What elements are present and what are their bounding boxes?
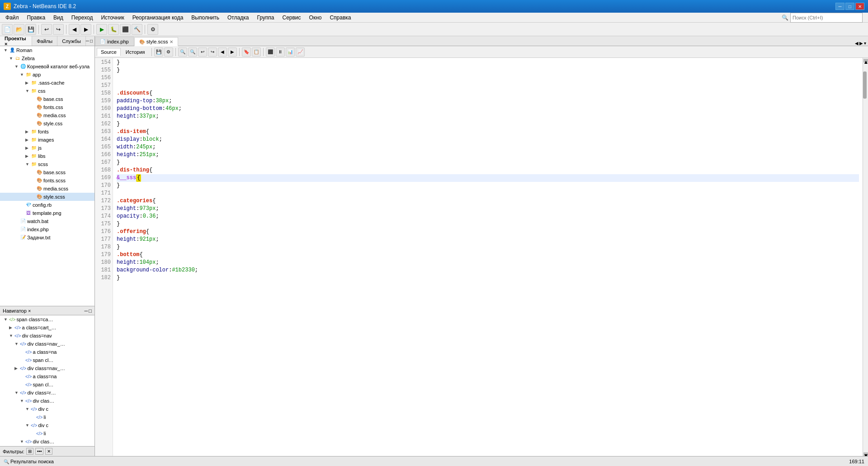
nav-span-cl-2[interactable]: </> span cl… <box>0 380 94 389</box>
tab-menu-icon[interactable]: ▾ <box>864 41 866 46</box>
tree-zadachi-txt[interactable]: 📝 Задачи.txt <box>0 233 94 242</box>
tree-watch-bat[interactable]: 📄 watch.bat <box>0 217 94 225</box>
tab-close-button[interactable]: ✕ <box>170 39 173 44</box>
menu-view[interactable]: Вид <box>50 13 67 22</box>
undo-button[interactable]: ↩ <box>41 24 52 35</box>
debug-button[interactable]: 🐛 <box>108 24 119 35</box>
tree-scss[interactable]: ▼ 📁 scss <box>0 160 94 168</box>
et-stop-btn[interactable]: ⬛ <box>266 48 275 57</box>
menu-window[interactable]: Окно <box>306 13 326 22</box>
global-search-input[interactable] <box>790 13 863 23</box>
et-monitor-btn[interactable]: 📈 <box>296 48 305 57</box>
tree-webroot[interactable]: ▼ 🌐 Корневой каталог веб-узла <box>0 62 94 71</box>
tree-style-scss[interactable]: 🎨 style.scss <box>0 193 94 201</box>
et-nav-prev-btn[interactable]: ◀ <box>218 48 227 57</box>
forward-button[interactable]: ▶ <box>80 24 91 35</box>
et-copy-btn[interactable]: 📋 <box>252 48 261 57</box>
menu-refactor[interactable]: Реорганизация кода <box>129 13 187 22</box>
tree-app[interactable]: ▼ 📁 app <box>0 71 94 79</box>
nav-pin-icon[interactable]: ─ <box>85 308 88 314</box>
tree-js[interactable]: ▶ 📁 js <box>0 144 94 152</box>
menu-help[interactable]: Справка <box>326 13 354 22</box>
nav-div-clas[interactable]: ▼ </> div clas… <box>0 397 94 405</box>
save-button[interactable]: 💾 <box>25 24 36 35</box>
et-save-btn[interactable]: 💾 <box>154 48 163 57</box>
tree-media-scss[interactable]: 🎨 media.scss <box>0 185 94 193</box>
menu-file[interactable]: Файл <box>2 13 23 22</box>
menu-debug[interactable]: Отладка <box>224 13 252 22</box>
panel-minimize-icon[interactable]: ─ <box>86 38 89 43</box>
history-tab[interactable]: История <box>122 48 149 56</box>
tools-button[interactable]: ⚙ <box>147 24 158 35</box>
scroll-up-button[interactable]: ▲ <box>863 59 868 62</box>
stop-button[interactable]: ⬛ <box>120 24 131 35</box>
tree-index-php[interactable]: 📄 index.php <box>0 225 94 233</box>
nav-div-c-2[interactable]: ▼ </> div c <box>0 421 94 429</box>
tree-template-png[interactable]: 🖼 template.png <box>0 209 94 217</box>
tree-css[interactable]: ▼ 📁 css <box>0 87 94 95</box>
scroll-thumb[interactable] <box>863 71 867 99</box>
et-toggle-btn[interactable]: ⚙ <box>164 48 173 57</box>
tree-base-css[interactable]: 🎨 base.css <box>0 95 94 103</box>
nav-div-nav-2[interactable]: ▶ </> div class=nav_… <box>0 364 94 372</box>
maximize-button[interactable]: □ <box>845 3 854 10</box>
panel-maximize-icon[interactable]: □ <box>90 38 93 43</box>
et-undo-btn[interactable]: ↩ <box>198 48 207 57</box>
tree-fonts-css[interactable]: 🎨 fonts.css <box>0 103 94 111</box>
new-project-button[interactable]: 📄 <box>2 24 13 35</box>
tree-base-scss[interactable]: 🎨 base.scss <box>0 168 94 176</box>
tab-index-php[interactable]: 📄 index.php <box>95 37 134 46</box>
scroll-track[interactable] <box>863 62 868 452</box>
menu-team[interactable]: Группа <box>253 13 278 22</box>
et-chart-btn[interactable]: 📊 <box>286 48 295 57</box>
tab-scroll-right-icon[interactable]: ▶ <box>859 41 863 46</box>
minimize-button[interactable]: ─ <box>835 3 844 10</box>
nav-div-clas-2[interactable]: ▼ </> div clas… <box>0 437 94 446</box>
nav-a-na-2[interactable]: </> a class=na <box>0 372 94 380</box>
filter-icon-1[interactable]: ⊞ <box>26 448 33 455</box>
nav-li-2[interactable]: </> li <box>0 429 94 437</box>
tab-projects[interactable]: Проекты × <box>0 36 32 46</box>
nav-div-c-1[interactable]: ▼ </> div c <box>0 405 94 413</box>
menu-source[interactable]: Источник <box>97 13 127 22</box>
build-button[interactable]: 🔨 <box>132 24 142 35</box>
nav-div-r[interactable]: ▼ </> div class=r… <box>0 389 94 397</box>
source-tab[interactable]: Source <box>97 48 121 56</box>
tree-libs[interactable]: ▶ 📁 libs <box>0 152 94 160</box>
nav-div-nav-1[interactable]: ▼ </> div class=nav_… <box>0 340 94 348</box>
menu-edit[interactable]: Правка <box>24 13 49 22</box>
tree-config-rb[interactable]: 💎 config.rb <box>0 201 94 209</box>
tree-fonts-scss[interactable]: 🎨 fonts.scss <box>0 176 94 185</box>
back-button[interactable]: ◀ <box>69 24 80 35</box>
et-nav-next-btn[interactable]: ▶ <box>228 48 237 57</box>
tab-files[interactable]: Файлы <box>32 36 57 46</box>
nav-close-icon[interactable]: □ <box>89 308 92 314</box>
nav-li-1[interactable]: </> li <box>0 413 94 421</box>
tree-images[interactable]: ▶ 📁 images <box>0 136 94 144</box>
open-project-button[interactable]: 📂 <box>14 24 24 35</box>
nav-a-na[interactable]: </> a class=na <box>0 348 94 356</box>
nav-div-nav[interactable]: ▼ </> div class=nav <box>0 332 94 340</box>
menu-tools[interactable]: Сервис <box>278 13 304 22</box>
code-content[interactable]: } } .discounts { padding-top: 38px; padd… <box>113 58 863 456</box>
et-redo-btn[interactable]: ↪ <box>208 48 217 57</box>
tree-fonts[interactable]: ▶ 📁 fonts <box>0 128 94 136</box>
nav-span-cl[interactable]: </> span cl… <box>0 356 94 364</box>
redo-button[interactable]: ↪ <box>53 24 64 35</box>
menu-run[interactable]: Выполнить <box>188 13 223 22</box>
tree-root-roman[interactable]: ▼ 👤 Roman <box>0 46 94 54</box>
et-zoom-in-btn[interactable]: 🔍 <box>178 48 187 57</box>
tree-sass-cache[interactable]: ▶ 📁 .sass-cache <box>0 79 94 87</box>
tree-zebra[interactable]: ▼ 🗂 Zebra <box>0 54 94 62</box>
et-pause-btn[interactable]: ⏸ <box>276 48 285 57</box>
right-scrollbar[interactable]: ▲ ▼ <box>863 58 868 456</box>
tab-style-scss[interactable]: 🎨 style.scss ✕ <box>134 37 179 46</box>
scroll-down-button[interactable]: ▼ <box>863 452 868 456</box>
filter-icon-3[interactable]: ✕ <box>45 448 52 455</box>
nav-a-cart[interactable]: ▶ </> a class=cart_… <box>0 323 94 332</box>
nav-span-cart[interactable]: ▼ </> span class=ca… <box>0 315 94 323</box>
filter-icon-2[interactable]: ••• <box>35 448 44 455</box>
close-button[interactable]: ✕ <box>855 3 864 10</box>
run-button[interactable]: ▶ <box>96 24 107 35</box>
tab-services[interactable]: Службы <box>57 36 86 46</box>
